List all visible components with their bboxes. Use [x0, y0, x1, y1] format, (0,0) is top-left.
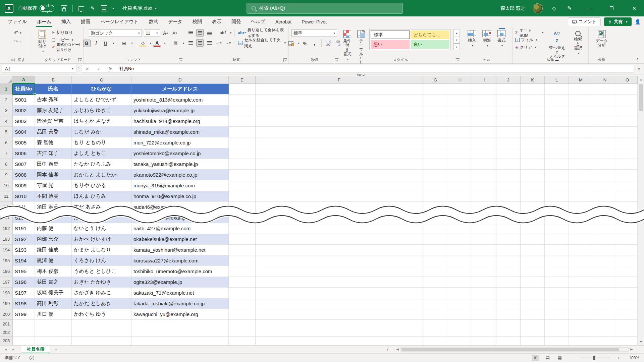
- cell-E192[interactable]: [229, 223, 256, 234]
- row-header-194[interactable]: 194: [0, 245, 13, 255]
- cell-J199[interactable]: [496, 298, 521, 309]
- column-header-O[interactable]: O: [617, 76, 638, 83]
- cell-L191[interactable]: [545, 213, 569, 223]
- cell-F7[interactable]: [256, 148, 423, 159]
- cell-A198[interactable]: S197: [13, 288, 35, 298]
- cell-H3[interactable]: [448, 105, 472, 116]
- cell-M191[interactable]: [569, 213, 593, 223]
- cell-G6[interactable]: [423, 137, 448, 148]
- gem-icon[interactable]: ◇: [550, 5, 558, 11]
- cell-style-標準[interactable]: 標準: [371, 31, 410, 39]
- cell-J11[interactable]: [496, 191, 521, 202]
- cell-D5[interactable]: shinada_mika@example.com: [131, 127, 229, 137]
- ribbon-tab-表示[interactable]: 表示: [207, 16, 226, 27]
- cell-style-良い[interactable]: 良い: [411, 40, 449, 49]
- cell-L193[interactable]: [545, 234, 569, 245]
- cell-I203[interactable]: [472, 337, 496, 345]
- find-select-button[interactable]: 検索と 選択▾: [571, 29, 586, 56]
- scroll-up-icon[interactable]: ▲: [638, 76, 644, 83]
- name-box[interactable]: A1▾: [2, 65, 76, 73]
- cell-M3[interactable]: [569, 105, 593, 116]
- cell-O1[interactable]: [617, 84, 638, 95]
- wrap-text-button[interactable]: ab↩折り返して全体を表示する: [238, 29, 286, 36]
- cell-F195[interactable]: [256, 255, 423, 266]
- cell-H197[interactable]: [448, 277, 472, 288]
- cell-J193[interactable]: [496, 234, 521, 245]
- row-header-195[interactable]: 195: [0, 255, 13, 266]
- cell-G197[interactable]: [423, 277, 448, 288]
- align-center-button[interactable]: [196, 39, 204, 47]
- cell-O198[interactable]: [617, 288, 638, 298]
- cell-B200[interactable]: 川口 優: [35, 309, 72, 320]
- zoom-slider[interactable]: [578, 358, 611, 358]
- cell-H194[interactable]: [448, 245, 472, 255]
- font-color-chevron-icon[interactable]: ▾: [164, 42, 166, 45]
- cell-G4[interactable]: [423, 116, 448, 127]
- cell-G10[interactable]: [423, 180, 448, 191]
- cell-K5[interactable]: [521, 127, 545, 137]
- cell-L202[interactable]: [545, 328, 569, 337]
- cell-C203[interactable]: [72, 337, 131, 345]
- cell-K194[interactable]: [521, 245, 545, 255]
- cell-B11[interactable]: 本間 博美: [35, 191, 72, 202]
- cell-B197[interactable]: 荻田 貴之: [35, 277, 72, 288]
- cell-G198[interactable]: [423, 288, 448, 298]
- cell-C197[interactable]: おぎた たかゆき: [72, 277, 131, 288]
- ribbon-tab-Acrobat[interactable]: Acrobat: [270, 16, 297, 27]
- cell-O7[interactable]: [617, 148, 638, 159]
- cell-B199[interactable]: 高田 利彰: [35, 298, 72, 309]
- cell-G201[interactable]: [423, 320, 448, 328]
- cell-E11[interactable]: [229, 191, 256, 202]
- cell-N8[interactable]: [593, 159, 617, 170]
- cell-K201[interactable]: [521, 320, 545, 328]
- cell-N200[interactable]: [593, 309, 617, 320]
- ribbon-tab-ヘルプ[interactable]: ヘルプ: [246, 16, 270, 27]
- number-dialog-launcher[interactable]: ↘: [335, 58, 338, 62]
- select-all-corner[interactable]: [0, 76, 13, 83]
- cell-F11[interactable]: [256, 191, 423, 202]
- redo-button[interactable]: ↷▾: [14, 38, 21, 45]
- cell-D11[interactable]: honma_910@example.co.jp: [131, 191, 229, 202]
- cell-C202[interactable]: [72, 328, 131, 337]
- horizontal-scrollbar-thumb[interactable]: [401, 348, 619, 351]
- sort-filter-button[interactable]: A▽Z 並べ替えと フィルター▾: [545, 29, 568, 69]
- cell-E194[interactable]: [229, 245, 256, 255]
- cell-M198[interactable]: [569, 288, 593, 298]
- share-button[interactable]: ⇪共有▾: [604, 17, 631, 26]
- cell-H201[interactable]: [448, 320, 472, 328]
- cell-M200[interactable]: [569, 309, 593, 320]
- cell-L12[interactable]: [545, 202, 569, 213]
- page-break-view-button[interactable]: ▦: [556, 355, 564, 361]
- cell-A12[interactable]: S011: [13, 202, 35, 213]
- cell-N4[interactable]: [593, 116, 617, 127]
- cell-F4[interactable]: [256, 116, 423, 127]
- ribbon-tab-ファイル[interactable]: ファイル: [3, 16, 32, 27]
- cell-M2[interactable]: [569, 95, 593, 105]
- cell-N203[interactable]: [593, 337, 617, 345]
- cell-C192[interactable]: ないとう けん: [72, 223, 131, 234]
- cell-C191[interactable]: たかぎ たかし: [72, 213, 131, 223]
- bold-button[interactable]: B: [83, 40, 91, 47]
- avatar[interactable]: [533, 3, 543, 13]
- merge-center-button[interactable]: ↔セルを結合して中央揃え▾: [238, 40, 286, 46]
- collapse-ribbon-icon[interactable]: ∧: [636, 57, 639, 61]
- cell-O202[interactable]: [617, 328, 638, 337]
- cell-D196[interactable]: toshihiko_umemoto@example.com: [131, 266, 229, 277]
- cell-M10[interactable]: [569, 180, 593, 191]
- row-header-191[interactable]: 191: [0, 213, 13, 223]
- cell-B4[interactable]: 蜂須賀 早苗: [35, 116, 72, 127]
- row-header-203[interactable]: 203: [0, 337, 13, 345]
- cell-B10[interactable]: 守屋 光: [35, 180, 72, 191]
- cell-J198[interactable]: [496, 288, 521, 298]
- cell-E191[interactable]: [229, 213, 256, 223]
- cell-E197[interactable]: [229, 277, 256, 288]
- cell-M201[interactable]: [569, 320, 593, 328]
- cell-L5[interactable]: [545, 127, 569, 137]
- cell-F197[interactable]: [256, 277, 423, 288]
- cell-B3[interactable]: 藤原 友紀子: [35, 105, 72, 116]
- clipboard-dialog-launcher[interactable]: ↘: [78, 58, 82, 62]
- cell-B9[interactable]: 岡本 佳孝: [35, 170, 72, 180]
- row-header-6[interactable]: 6: [0, 137, 13, 148]
- cell-J4[interactable]: [496, 116, 521, 127]
- cell-G192[interactable]: [423, 223, 448, 234]
